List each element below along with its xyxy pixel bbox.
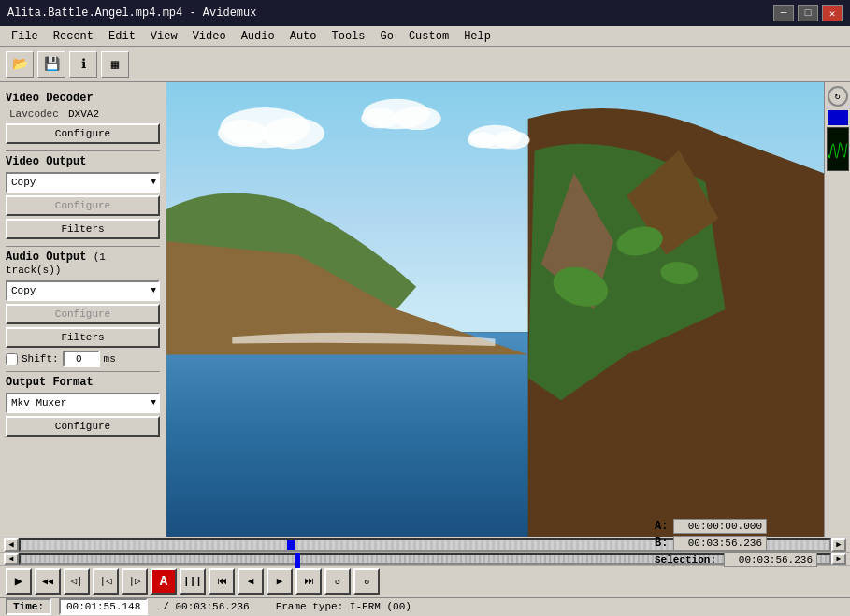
minimize-button[interactable]: ─ bbox=[773, 5, 794, 21]
timeline-cursor bbox=[295, 553, 300, 568]
output-format-select-wrapper[interactable]: Mkv Muxer MP4 Muxer AVI Muxer bbox=[6, 393, 160, 413]
step-fwd-button[interactable]: |▷ bbox=[122, 568, 148, 595]
ab-display: A: 00:00:00.000 B: 00:03:56.236 Selectio… bbox=[655, 519, 817, 567]
video-decoder-title: Video Decoder bbox=[6, 92, 160, 105]
audio-output-filters-button[interactable]: Filters bbox=[6, 327, 160, 348]
scrollbar-thumb[interactable] bbox=[287, 540, 295, 550]
rewind-button[interactable]: ◀◀ bbox=[35, 568, 61, 595]
status-bar: Time: 00:01:55.148 / 00:03:56.236 Frame … bbox=[0, 597, 850, 616]
lavcodec-label: Lavcodec bbox=[9, 108, 61, 120]
video-decoder-section: Video Decoder Lavcodec DXVA2 Configure bbox=[6, 92, 160, 147]
title-bar: Alita.Battle.Angel.mp4.mp4 - Avidemux ─ … bbox=[0, 0, 850, 26]
step-back2-button[interactable]: |◁ bbox=[93, 568, 119, 595]
menu-item-audio[interactable]: Audio bbox=[234, 28, 282, 45]
close-button[interactable]: ✕ bbox=[822, 5, 843, 21]
menu-item-edit[interactable]: Edit bbox=[101, 28, 143, 45]
shift-label: Shift: bbox=[22, 353, 59, 365]
timeline-scroll-right2[interactable]: ▶ bbox=[831, 553, 846, 565]
selection-value: 00:03:56.236 bbox=[724, 552, 817, 567]
mini-blue-bar bbox=[828, 110, 848, 125]
goto-a-button[interactable]: ↺ bbox=[324, 568, 351, 595]
shift-unit: ms bbox=[104, 353, 116, 365]
current-time: 00:01:55.148 bbox=[59, 598, 148, 615]
selection-label: Selection: bbox=[655, 554, 716, 566]
frame-type: Frame type: I-FRM (00) bbox=[276, 601, 411, 612]
menu-item-view[interactable]: View bbox=[143, 28, 185, 45]
video-codec-select-wrapper[interactable]: Copy MPEG-4 AVC MPEG-4 ASP FFV1 bbox=[6, 172, 160, 193]
time-label: Time: bbox=[6, 598, 51, 615]
right-panel: ↻ bbox=[824, 82, 850, 537]
next-keyframe-button[interactable]: ⏭ bbox=[295, 568, 322, 595]
b-value: 00:03:56.236 bbox=[673, 536, 767, 551]
menu-item-tools[interactable]: Tools bbox=[324, 28, 373, 45]
menu-item-help[interactable]: Help bbox=[456, 28, 498, 45]
menu-item-file[interactable]: File bbox=[4, 28, 46, 45]
output-format-select[interactable]: Mkv Muxer MP4 Muxer AVI Muxer bbox=[6, 393, 160, 413]
timeline-scroll-left[interactable]: ◀ bbox=[4, 538, 19, 552]
maximize-button[interactable]: □ bbox=[798, 5, 818, 21]
timeline-scroll-right[interactable]: ▶ bbox=[831, 538, 846, 552]
shift-row: Shift: ms bbox=[6, 351, 160, 367]
lavcodec-row: Lavcodec DXVA2 bbox=[6, 108, 160, 120]
lavcodec-value: DXVA2 bbox=[68, 108, 99, 120]
menu-item-go[interactable]: Go bbox=[373, 28, 401, 45]
film-button[interactable]: ▦ bbox=[101, 51, 129, 78]
menu-bar: FileRecentEditViewVideoAudioAutoToolsGoC… bbox=[0, 26, 850, 47]
audio-scope bbox=[827, 127, 849, 171]
video-output-filters-button[interactable]: Filters bbox=[6, 219, 160, 239]
video-codec-select[interactable]: Copy MPEG-4 AVC MPEG-4 ASP FFV1 bbox=[6, 172, 160, 193]
b-label: B: bbox=[655, 537, 670, 550]
audio-codec-select[interactable]: Copy AAC MP3 AC3 bbox=[6, 280, 160, 301]
video-canvas bbox=[166, 82, 824, 537]
cycle-button[interactable]: ↻ bbox=[828, 86, 848, 107]
next-frame-button[interactable]: ▶ bbox=[267, 568, 293, 595]
b-point-row: B: 00:03:56.236 bbox=[655, 536, 817, 551]
audio-output-section: Audio Output (1 track(s)) Copy AAC MP3 A… bbox=[6, 251, 160, 367]
info-button[interactable]: ℹ bbox=[69, 51, 97, 78]
audio-codec-select-wrapper[interactable]: Copy AAC MP3 AC3 bbox=[6, 280, 160, 301]
a-label: A: bbox=[655, 520, 670, 533]
prev-keyframe-button[interactable]: ⏮ bbox=[209, 568, 235, 595]
mark-a-button[interactable]: A bbox=[151, 568, 177, 595]
menu-item-custom[interactable]: Custom bbox=[401, 28, 456, 45]
play-button[interactable]: ▶ bbox=[6, 568, 32, 595]
toolbar: 📂 💾 ℹ ▦ bbox=[0, 47, 850, 82]
output-format-section: Output Format Mkv Muxer MP4 Muxer AVI Mu… bbox=[6, 376, 160, 439]
menu-item-video[interactable]: Video bbox=[185, 28, 234, 45]
audio-output-title: Audio Output (1 track(s)) bbox=[6, 251, 160, 277]
video-output-section: Video Output Copy MPEG-4 AVC MPEG-4 ASP … bbox=[6, 155, 160, 242]
video-area bbox=[166, 82, 824, 537]
goto-b-button[interactable]: ↻ bbox=[353, 568, 380, 595]
a-point-row: A: 00:00:00.000 bbox=[655, 519, 817, 534]
shift-input[interactable] bbox=[63, 351, 100, 367]
a-value: 00:00:00.000 bbox=[673, 519, 767, 534]
timeline-scroll-left2[interactable]: ◀ bbox=[4, 553, 19, 565]
save-button[interactable]: 💾 bbox=[37, 51, 65, 78]
video-decoder-configure-button[interactable]: Configure bbox=[6, 123, 160, 144]
window-title: Alita.Battle.Angel.mp4.mp4 - Avidemux bbox=[7, 7, 256, 20]
audio-output-configure-button[interactable]: Configure bbox=[6, 304, 160, 324]
menu-item-auto[interactable]: Auto bbox=[282, 28, 324, 45]
video-output-configure-button[interactable]: Configure bbox=[6, 195, 160, 216]
video-output-title: Video Output bbox=[6, 155, 160, 168]
step-back-button[interactable]: ◁| bbox=[64, 568, 90, 595]
total-time: / 00:03:56.236 bbox=[163, 601, 249, 612]
open-button[interactable]: 📂 bbox=[6, 51, 34, 78]
selection-row: Selection: 00:03:56.236 bbox=[655, 552, 817, 567]
output-format-title: Output Format bbox=[6, 376, 160, 389]
left-panel: Video Decoder Lavcodec DXVA2 Configure V… bbox=[0, 82, 166, 537]
playback-bar: ▶ ◀◀ ◁| |◁ |▷ A ||| ⏮ ◀ ▶ ⏭ ↺ ↻ bbox=[0, 566, 850, 597]
menu-item-recent[interactable]: Recent bbox=[46, 28, 101, 45]
bottom-area: ◀ ▶ ◀ ▶ A: 00:00:00.000 B: 00:03:56.236 … bbox=[0, 537, 850, 616]
main-area: Video Decoder Lavcodec DXVA2 Configure V… bbox=[0, 82, 850, 537]
shift-checkbox[interactable] bbox=[6, 353, 18, 365]
window-controls: ─ □ ✕ bbox=[773, 5, 843, 21]
prev-frame-button[interactable]: ◀ bbox=[238, 568, 264, 595]
mark-b-button[interactable]: ||| bbox=[180, 568, 206, 595]
output-format-configure-button[interactable]: Configure bbox=[6, 416, 160, 437]
